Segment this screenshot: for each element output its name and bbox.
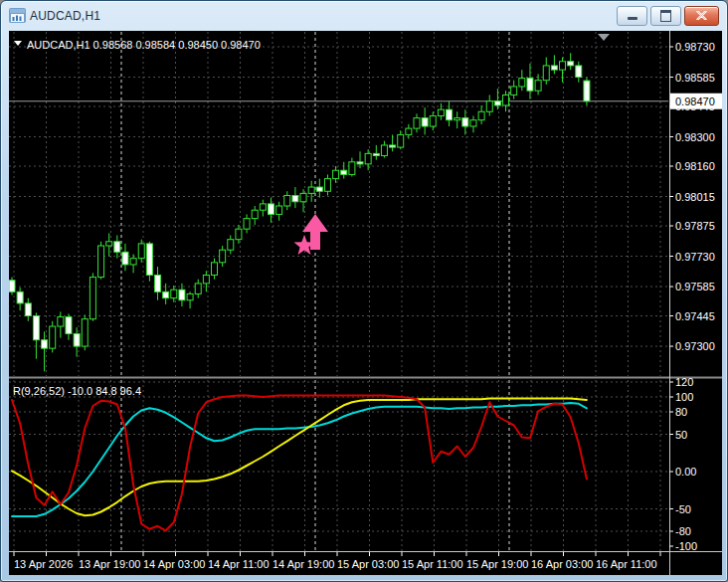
candle-body — [527, 79, 533, 92]
price-axis-label: 0.98300 — [675, 131, 715, 143]
candle-body — [470, 120, 476, 126]
candle-body — [430, 115, 436, 126]
candle — [584, 78, 590, 105]
candle-body — [138, 244, 144, 259]
chart-canvas[interactable]: 0.987300.985850.984450.983000.981600.980… — [9, 31, 722, 575]
candle-body — [220, 250, 226, 263]
current-price-tag: 0.98470 — [670, 94, 722, 109]
time-axis-label: 14 Apr 03:00 — [143, 558, 205, 570]
close-button[interactable] — [684, 6, 719, 26]
title-bar[interactable]: AUDCAD,H1 — [1, 1, 727, 30]
candle-body — [414, 118, 420, 129]
candle-body — [25, 303, 31, 316]
candle-body — [341, 170, 347, 174]
candle-body — [447, 109, 453, 120]
candle-body — [203, 275, 209, 283]
chart-window: AUDCAD,H1 0.987300.985850.984450.983000.… — [0, 0, 728, 582]
time-axis-label: 13 Apr 2026 — [14, 558, 73, 570]
candle-body — [187, 293, 193, 299]
candle-body — [486, 101, 492, 112]
candle — [98, 242, 104, 280]
price-axis-label: 0.97875 — [675, 220, 715, 232]
indicator-axis-label: 120 — [675, 376, 693, 388]
time-axis-label: 16 Apr 03:00 — [531, 558, 593, 570]
minimize-icon — [628, 17, 637, 20]
candle-body — [584, 81, 590, 101]
time-axis-label: 15 Apr 11:00 — [402, 558, 463, 570]
price-axis-label: 0.98730 — [675, 41, 715, 53]
candle-body — [494, 101, 500, 105]
chart-window-icon — [9, 8, 26, 23]
price-axis-label: 0.97300 — [675, 340, 715, 352]
current-price-tag-text: 0.98470 — [675, 96, 715, 107]
candle-body — [195, 284, 201, 294]
candle-body — [171, 290, 177, 297]
candle-body — [292, 195, 298, 201]
time-axis-label: 15 Apr 19:00 — [466, 558, 528, 570]
candle-body — [163, 291, 169, 297]
candle-body — [90, 278, 95, 319]
candle-body — [511, 87, 517, 95]
candle-body — [179, 290, 185, 300]
candle-body — [155, 275, 161, 291]
restore-button[interactable] — [650, 6, 681, 26]
time-axis-label: 14 Apr 11:00 — [208, 558, 270, 570]
candle-body — [381, 145, 387, 156]
candle-body — [316, 187, 322, 191]
candle-body — [74, 333, 80, 346]
time-axis[interactable]: 13 Apr 202613 Apr 19:0014 Apr 03:0014 Ap… — [14, 552, 660, 570]
indicator-axis-label: -50 — [675, 503, 691, 515]
candle-body — [50, 326, 56, 348]
minimize-button[interactable] — [617, 6, 647, 26]
candle-body — [98, 246, 104, 278]
candle-body — [17, 291, 23, 303]
candle-body — [300, 193, 306, 201]
candle — [82, 314, 88, 350]
ohlc-info: AUDCAD,H1 0.98568 0.98584 0.98450 0.9847… — [14, 39, 261, 51]
time-axis-label: 14 Apr 19:00 — [273, 558, 334, 570]
candle-body — [324, 179, 330, 192]
chart-client-area[interactable]: 0.987300.985850.984450.983000.981600.980… — [9, 31, 722, 575]
candle — [9, 278, 15, 295]
chart-background — [9, 31, 722, 575]
price-axis-label: 0.97585 — [675, 281, 715, 292]
candle-body — [66, 317, 72, 334]
candle-body — [551, 66, 557, 70]
candle-body — [114, 242, 120, 253]
candle-body — [122, 252, 128, 265]
candle — [146, 242, 152, 282]
candle-body — [42, 340, 48, 348]
candle-body — [146, 244, 152, 276]
indicator-axis-label: 50 — [675, 429, 687, 441]
candle-body — [438, 109, 444, 115]
candle-body — [390, 145, 396, 147]
close-icon — [696, 11, 707, 20]
candle-body — [58, 317, 64, 326]
candle-body — [535, 81, 541, 92]
indicator-axis-label: 100 — [675, 391, 693, 403]
restore-icon — [660, 10, 671, 22]
candle-body — [398, 134, 404, 147]
candle-body — [455, 118, 460, 120]
ohlc-info-text: AUDCAD,H1 0.98568 0.98584 0.98450 0.9847… — [27, 39, 261, 51]
candle-body — [357, 162, 363, 164]
candle-body — [244, 219, 250, 230]
candle-body — [349, 162, 355, 175]
candle-body — [9, 281, 15, 292]
time-axis-label: 16 Apr 11:00 — [596, 558, 657, 570]
indicator-axis-label: 80 — [675, 406, 687, 418]
candle-body — [519, 79, 525, 87]
candle-body — [130, 259, 136, 265]
price-axis-label: 0.97730 — [675, 251, 715, 263]
candle-body — [33, 316, 39, 340]
indicator-axis-label: 0.00 — [675, 466, 696, 478]
candle-body — [462, 118, 468, 126]
window-title: AUDCAD,H1 — [30, 9, 100, 23]
candle-body — [333, 170, 339, 178]
candle-body — [365, 153, 371, 164]
candle-body — [543, 66, 549, 81]
candle-body — [268, 204, 273, 215]
price-axis-label: 0.97445 — [675, 310, 715, 322]
candle-body — [228, 240, 234, 251]
candle-body — [212, 263, 218, 276]
